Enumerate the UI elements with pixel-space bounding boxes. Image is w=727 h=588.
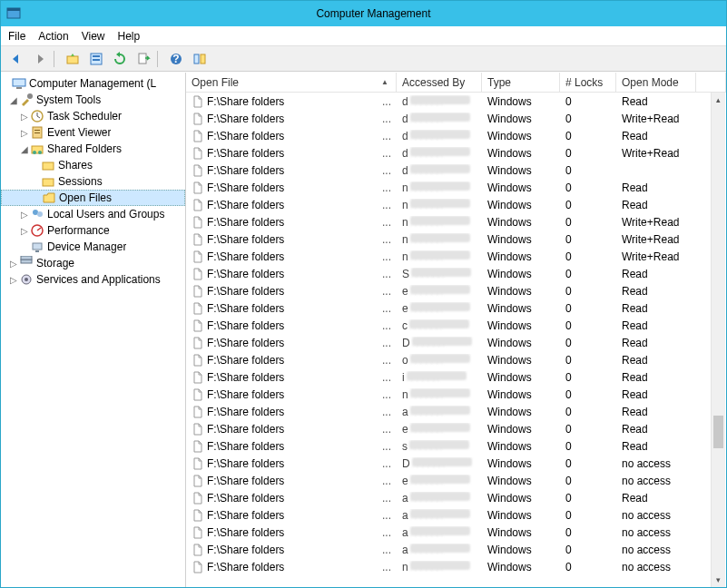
svg-rect-2 [67, 56, 78, 64]
table-row[interactable]: F:\Share folders...nxxxxxxWindows0no acc… [186, 558, 726, 575]
cell-open-file: F:\Share folders... [186, 130, 397, 142]
table-row[interactable]: F:\Share folders...exxxxxxWindows0Read [186, 282, 726, 299]
table-row[interactable]: F:\Share folders...axxxxxxWindows0Read [186, 403, 726, 420]
title-bar[interactable]: Computer Management [1, 1, 726, 26]
scroll-up-icon[interactable]: ▴ [712, 93, 725, 107]
cell-accessed-by: exxxxxx [397, 423, 482, 436]
table-row[interactable]: F:\Share folders...sxxxxxxWindows0Read [186, 437, 726, 455]
cell-locks: 0 [560, 130, 616, 142]
table-row[interactable]: F:\Share folders...nxxxxxxWindows0Read [186, 179, 726, 196]
file-icon [192, 561, 204, 573]
table-row[interactable]: F:\Share folders...DxxxxxxWindows0no acc… [186, 455, 726, 472]
help-button[interactable]: ? [165, 48, 187, 70]
tree-performance[interactable]: ▷ Performance [1, 222, 185, 239]
table-row[interactable]: F:\Share folders...DxxxxxxWindows0Read [186, 334, 726, 351]
tree-local-users[interactable]: ▷ Local Users and Groups [1, 206, 185, 222]
export-button[interactable] [133, 48, 154, 70]
tree-open-files[interactable]: Open Files [1, 190, 185, 206]
scroll-track[interactable] [712, 107, 725, 573]
table-row[interactable]: F:\Share folders...oxxxxxxWindows0Read [186, 351, 726, 368]
table-row[interactable]: F:\Share folders...dxxxxxxWindows0 [186, 162, 726, 179]
cell-locks: 0 [560, 113, 616, 125]
tree-shares[interactable]: Shares [1, 157, 185, 173]
table-row[interactable]: F:\Share folders...exxxxxxWindows0Read [186, 420, 726, 437]
table-row[interactable]: F:\Share folders...cxxxxxxWindows0Read [186, 317, 726, 334]
table-row[interactable]: F:\Share folders...dxxxxxxWindows0Read [186, 93, 726, 110]
tree-storage[interactable]: ▷ Storage [1, 255, 185, 271]
table-row[interactable]: F:\Share folders...dxxxxxxWindows0Write+… [186, 110, 726, 127]
tree-system-tools[interactable]: ◢ System Tools [1, 92, 185, 108]
table-row[interactable]: F:\Share folders...nxxxxxxWindows0Read [186, 196, 726, 213]
toolbar-separator [54, 51, 59, 67]
table-row[interactable]: F:\Share folders...axxxxxxWindows0no acc… [186, 541, 726, 558]
cell-type: Windows [482, 406, 560, 418]
cell-open-mode: Write+Read [616, 233, 696, 246]
cell-type: Windows [482, 388, 560, 401]
col-accessed-by[interactable]: Accessed By [397, 73, 482, 92]
refresh-button[interactable] [109, 48, 131, 70]
table-row[interactable]: F:\Share folders...axxxxxxWindows0Read [186, 489, 726, 506]
scroll-thumb[interactable] [713, 416, 723, 448]
table-row[interactable]: F:\Share folders...exxxxxxWindows0no acc… [186, 472, 726, 489]
table-row[interactable]: F:\Share folders...dxxxxxxWindows0Write+… [186, 144, 726, 162]
table-row[interactable]: F:\Share folders...axxxxxxWindows0no acc… [186, 506, 726, 524]
cell-accessed-by: cxxxxxx [397, 319, 482, 332]
back-button[interactable] [5, 48, 27, 70]
forward-button[interactable] [29, 48, 51, 70]
vertical-scrollbar[interactable]: ▴ ▾ [711, 93, 725, 587]
file-icon [192, 164, 204, 177]
table-row[interactable]: F:\Share folders...exxxxxxWindows0Read [186, 299, 726, 317]
cell-open-mode: Read [616, 423, 696, 436]
table-row[interactable]: F:\Share folders...nxxxxxxWindows0Write+… [186, 230, 726, 248]
cell-locks: 0 [560, 302, 616, 315]
table-row[interactable]: F:\Share folders...axxxxxxWindows0no acc… [186, 524, 726, 541]
cell-accessed-by: ixxxxxx [397, 371, 482, 384]
cell-open-file: F:\Share folders... [186, 371, 397, 384]
col-locks[interactable]: # Locks [560, 73, 616, 92]
tree-task-scheduler[interactable]: ▷ Task Scheduler [1, 108, 185, 124]
menu-file[interactable]: File [8, 30, 25, 43]
cell-locks: 0 [560, 440, 616, 453]
cell-accessed-by: exxxxxx [397, 475, 482, 487]
tree-device-manager[interactable]: Device Manager [1, 239, 185, 255]
cell-open-file: F:\Share folders... [186, 509, 397, 522]
cell-type: Windows [482, 509, 560, 522]
clock-icon [30, 109, 44, 123]
up-button[interactable] [62, 48, 84, 70]
table-row[interactable]: F:\Share folders...dxxxxxxWindows0Read [186, 127, 726, 144]
menu-view[interactable]: View [82, 30, 105, 43]
cell-open-file: F:\Share folders... [186, 285, 397, 298]
cell-accessed-by: axxxxxx [397, 544, 482, 556]
menu-help[interactable]: Help [118, 30, 141, 43]
cell-open-mode: Read [616, 268, 696, 280]
col-type[interactable]: Type [482, 73, 560, 92]
cell-accessed-by: axxxxxx [397, 492, 482, 505]
tree-event-viewer[interactable]: ▷ Event Viewer [1, 124, 185, 141]
tree-root[interactable]: ▷ Computer Management (L [1, 75, 185, 92]
col-open-file[interactable]: Open File [186, 73, 397, 92]
toolbar-separator [157, 51, 162, 67]
svg-rect-9 [194, 54, 199, 64]
scroll-down-icon[interactable]: ▾ [712, 573, 725, 587]
tree-services-apps[interactable]: ▷ Services and Applications [1, 271, 185, 288]
cell-accessed-by: nxxxxxx [397, 388, 482, 401]
file-icon [192, 337, 204, 349]
show-hide-button[interactable] [189, 48, 211, 70]
tree-shared-folders[interactable]: ◢ Shared Folders [1, 141, 185, 157]
file-icon [192, 354, 204, 367]
tree-pane[interactable]: ▷ Computer Management (L ◢ System Tools … [1, 73, 186, 587]
table-row[interactable]: F:\Share folders...nxxxxxxWindows0Write+… [186, 213, 726, 230]
shared-folder-icon [30, 142, 44, 156]
properties-button[interactable] [85, 48, 107, 70]
table-row[interactable]: F:\Share folders...nxxxxxxWindows0Write+… [186, 248, 726, 265]
menu-action[interactable]: Action [38, 30, 68, 43]
table-row[interactable]: F:\Share folders...ixxxxxxWindows0Read [186, 368, 726, 386]
col-open-mode[interactable]: Open Mode [616, 73, 696, 92]
cell-type: Windows [482, 457, 560, 470]
cell-accessed-by: Dxxxxxx [397, 337, 482, 349]
table-row[interactable]: F:\Share folders...nxxxxxxWindows0Read [186, 386, 726, 403]
table-row[interactable]: F:\Share folders...SxxxxxxWindows0Read [186, 265, 726, 282]
cell-accessed-by: nxxxxxx [397, 561, 482, 573]
svg-rect-11 [13, 79, 25, 86]
tree-sessions[interactable]: Sessions [1, 173, 185, 190]
